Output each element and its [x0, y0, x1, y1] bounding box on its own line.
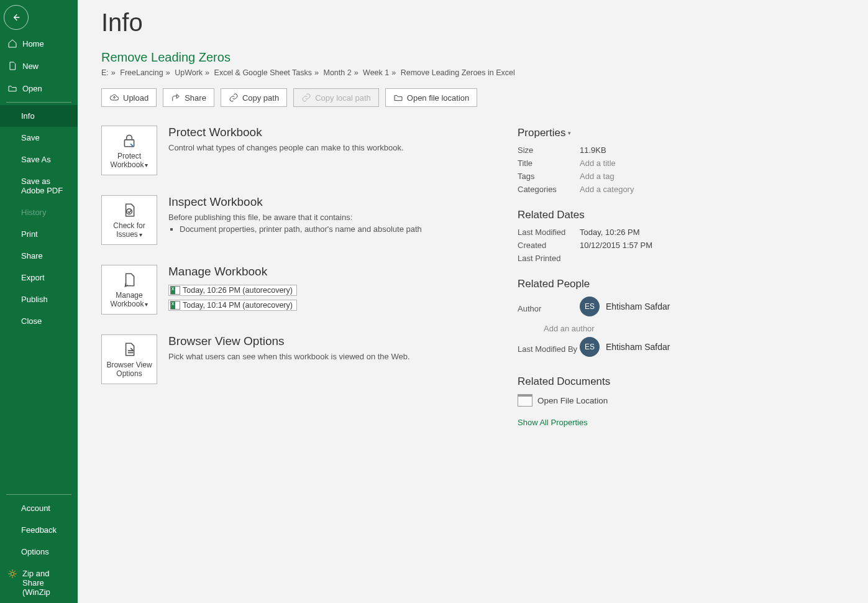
crumb[interactable]: FreeLancing [120, 68, 163, 77]
sidebar-item-label: Save as Adobe PDF [21, 177, 71, 195]
sidebar-item-label: Publish [21, 295, 48, 304]
share-button[interactable]: Share [163, 88, 214, 107]
prop-label-size: Size [518, 145, 580, 155]
sidebar-item-zip-share[interactable]: Zip and Share (WinZip [0, 563, 78, 603]
inspect-workbook-block: Check for Issues▾ Inspect Workbook Befor… [101, 195, 462, 245]
sidebar-item-label: Export [21, 273, 45, 282]
properties-heading[interactable]: Properties ▾ [518, 127, 766, 139]
open-folder-icon [7, 83, 17, 93]
protect-workbook-button[interactable]: Protect Workbook▾ [101, 126, 157, 175]
browser-view-block: Browser View Options Browser View Option… [101, 334, 462, 384]
autorecovery-version[interactable]: Today, 10:26 PM (autorecovery) [168, 285, 297, 296]
modby-name: Ehtisham Safdar [606, 342, 670, 352]
cloud-upload-icon [109, 93, 119, 103]
button-label: Browser View Options [102, 361, 157, 379]
prop-label-tags: Tags [518, 172, 580, 181]
sidebar-item-info[interactable]: Info [0, 105, 78, 127]
prop-label-last-modified-by: Last Modified By [518, 344, 580, 354]
sidebar-item-share[interactable]: Share [0, 245, 78, 267]
sidebar-item-feedback[interactable]: Feedback [0, 519, 78, 541]
prop-label-created: Created [518, 241, 580, 250]
button-label: Protect Workbook [111, 152, 144, 169]
sidebar-item-open[interactable]: Open [0, 77, 78, 99]
copy-path-button[interactable]: Copy path [221, 88, 287, 107]
sidebar-item-publish[interactable]: Publish [0, 288, 78, 310]
sidebar-item-label: Options [21, 547, 49, 556]
button-label: Open file location [407, 93, 469, 103]
prop-label-author: Author [518, 304, 580, 313]
crumb[interactable]: E: [101, 68, 109, 77]
sidebar-item-save[interactable]: Save [0, 127, 78, 149]
protect-workbook-block: Protect Workbook▾ Protect Workbook Contr… [101, 126, 462, 175]
copy-local-path-button: Copy local path [293, 88, 379, 107]
sidebar-item-label: History [21, 208, 46, 217]
crumb[interactable]: Week 1 [363, 68, 389, 77]
open-file-location-button[interactable]: Open file location [385, 88, 477, 107]
version-label: Today, 10:14 PM (autorecovery) [183, 301, 293, 310]
sidebar-item-label: New [22, 62, 39, 71]
last-modified-by-person[interactable]: ES Ehtisham Safdar [580, 337, 670, 357]
autorecovery-version[interactable]: Today, 10:14 PM (autorecovery) [168, 300, 297, 311]
chevron-down-icon: ▾ [568, 130, 571, 136]
sidebar-item-label: Open [22, 84, 42, 93]
sidebar-item-label: Print [21, 229, 38, 239]
breadcrumb-sep: » [354, 68, 359, 77]
breadcrumb-sep: » [314, 68, 319, 77]
sidebar-item-export[interactable]: Export [0, 267, 78, 288]
action-row: Upload Share Copy path Copy local path O… [101, 88, 868, 107]
related-people-heading: Related People [518, 278, 766, 290]
avatar: ES [580, 337, 600, 357]
heading-label: Properties [518, 127, 565, 139]
button-label: Share [185, 93, 206, 103]
prop-label-categories: Categories [518, 185, 580, 194]
prop-value-categories[interactable]: Add a category [580, 185, 634, 194]
sidebar-item-label: Save As [21, 155, 51, 164]
related-dates-heading: Related Dates [518, 209, 766, 221]
show-all-properties-link[interactable]: Show All Properties [518, 418, 766, 427]
author-person[interactable]: ES Ehtisham Safdar [580, 297, 670, 316]
chevron-down-icon: ▾ [145, 162, 148, 168]
prop-value-tags[interactable]: Add a tag [580, 172, 614, 181]
chevron-down-icon: ▾ [139, 231, 142, 238]
breadcrumb-sep: » [391, 68, 396, 77]
sidebar-separator [6, 102, 71, 103]
new-file-icon [7, 61, 17, 71]
prop-label-title: Title [518, 159, 580, 168]
open-file-location-label: Open File Location [537, 396, 608, 405]
sidebar-item-label: Account [21, 504, 50, 513]
prop-value-title[interactable]: Add a title [580, 159, 616, 168]
upload-button[interactable]: Upload [101, 88, 157, 107]
sidebar-item-new[interactable]: New [0, 55, 78, 77]
crumb[interactable]: Excel & Google Sheet Tasks [214, 68, 313, 77]
sidebar-item-home[interactable]: Home [0, 32, 78, 55]
crumb[interactable]: Month 2 [323, 68, 351, 77]
sidebar-item-label: Home [22, 39, 44, 48]
sidebar-item-account[interactable]: Account [0, 497, 78, 519]
browser-view-options-button[interactable]: Browser View Options [101, 334, 157, 384]
sidebar-item-options[interactable]: Options [0, 541, 78, 563]
button-label: Copy local path [315, 93, 371, 103]
block-desc: Control what types of changes people can… [168, 143, 404, 152]
open-file-location-link[interactable]: Open File Location [518, 394, 766, 407]
back-button[interactable] [4, 5, 29, 30]
crumb[interactable]: UpWork [175, 68, 203, 77]
prop-value-last-modified: Today, 10:26 PM [580, 228, 640, 237]
block-title: Manage Workbook [168, 265, 297, 278]
sidebar-item-label: Info [21, 111, 35, 121]
home-icon [7, 39, 17, 48]
check-document-icon [119, 201, 139, 219]
sidebar-item-save-pdf[interactable]: Save as Adobe PDF [0, 170, 78, 201]
share-icon [171, 93, 181, 103]
sidebar-item-saveas[interactable]: Save As [0, 149, 78, 170]
excel-file-icon [170, 286, 180, 295]
sidebar-item-close[interactable]: Close [0, 310, 78, 332]
check-for-issues-button[interactable]: Check for Issues▾ [101, 195, 157, 245]
sidebar-item-print[interactable]: Print [0, 223, 78, 245]
add-author[interactable]: Add an author [544, 324, 766, 333]
block-title: Browser View Options [168, 334, 410, 348]
block-title: Protect Workbook [168, 126, 404, 139]
chevron-down-icon: ▾ [145, 301, 148, 308]
inspect-item: Document properties, printer path, autho… [180, 224, 422, 234]
manage-workbook-button[interactable]: Manage Workbook▾ [101, 265, 157, 315]
crumb[interactable]: Remove Leading Zeroes in Excel [401, 68, 515, 77]
